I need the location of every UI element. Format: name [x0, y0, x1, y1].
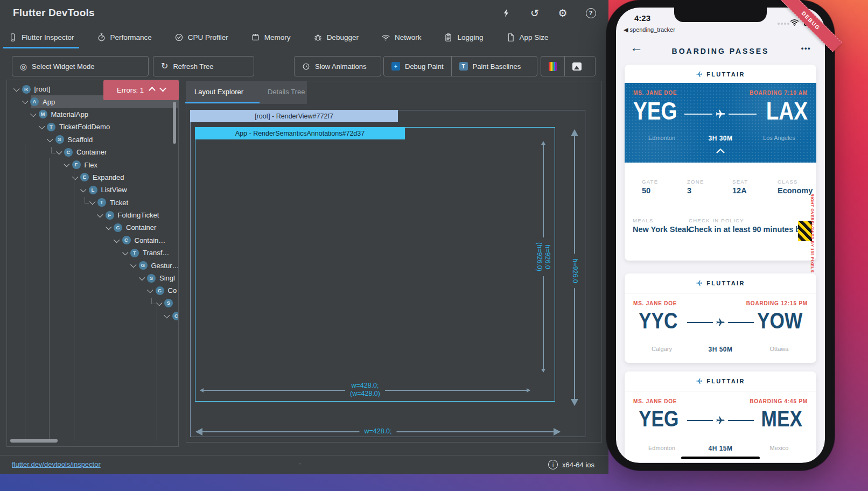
paint-baselines-button[interactable]: T Paint Baselines: [451, 57, 529, 76]
root-render-label[interactable]: [root] - RenderView#772f7: [190, 110, 398, 122]
boarding-pass-card[interactable]: FLUTTAIR MS. JANE DOE BOARDING 4:45 PM Y…: [625, 371, 816, 462]
image-icon: [572, 62, 582, 71]
plane-icon: [696, 71, 703, 78]
tab-debugger[interactable]: Debugger: [312, 26, 360, 48]
chevron-down-icon[interactable]: [106, 224, 111, 230]
previous-error-icon[interactable]: [149, 87, 156, 94]
refresh-tree-button[interactable]: ↻ Refresh Tree: [153, 56, 254, 76]
tree-guide-line: [157, 305, 157, 441]
boarding-pass-card[interactable]: FLUTTAIR MS. JANE DOE BOARDING 7:10 AM Y…: [625, 65, 816, 261]
chevron-down-icon[interactable]: [80, 186, 86, 192]
tree-item[interactable]: TTicketFoldDemo: [7, 121, 178, 133]
chevron-down-icon[interactable]: [156, 300, 162, 306]
hot-restart-icon[interactable]: [501, 7, 513, 19]
app-render-box[interactable]: [195, 127, 555, 402]
tree-item[interactable]: C: [7, 310, 178, 322]
flight-line: [687, 420, 713, 420]
chevron-down-icon[interactable]: [122, 249, 128, 255]
tree-item[interactable]: FFlex: [7, 158, 178, 171]
boarding-pass-card[interactable]: FLUTTAIR MS. JANE DOE BOARDING 12:15 PM …: [625, 273, 816, 363]
widget-badge: G: [139, 261, 148, 270]
destination-city: Mexico: [750, 445, 809, 451]
chevron-down-icon[interactable]: [13, 86, 19, 92]
tab-flutter-inspector[interactable]: Flutter Inspector: [6, 26, 76, 48]
horizontal-scrollbar[interactable]: [10, 439, 58, 443]
origin-code: YYC: [639, 307, 678, 335]
tab-app-size[interactable]: App Size: [505, 26, 550, 48]
chevron-down-icon[interactable]: [89, 199, 95, 205]
chevron-down-icon[interactable]: [22, 98, 28, 104]
tree-item[interactable]: SScaffold: [7, 134, 178, 146]
flight-path: [687, 416, 754, 425]
help-icon[interactable]: ?: [585, 7, 597, 19]
history-icon[interactable]: ↺: [529, 7, 541, 19]
tab-logging[interactable]: Logging: [442, 26, 485, 48]
collapse-chevron-icon[interactable]: [716, 149, 725, 157]
debug-banner-button[interactable]: [564, 57, 589, 76]
tree-item[interactable]: EExpanded: [7, 171, 178, 184]
tree-item[interactable]: SSingl: [7, 272, 178, 284]
chevron-down-icon[interactable]: [114, 237, 120, 243]
errors-badge[interactable]: Errors: 1: [103, 80, 179, 100]
chevron-down-icon[interactable]: [64, 161, 69, 167]
home-indicator[interactable]: [681, 457, 760, 459]
chevron-down-icon[interactable]: [47, 136, 53, 142]
widget-badge: A: [30, 97, 39, 106]
repaint-rainbow-icon: [549, 62, 557, 71]
more-menu-button[interactable]: •••: [801, 44, 811, 52]
meals-label: MEALS: [633, 218, 654, 223]
tree-item[interactable]: FFoldingTicket: [7, 209, 178, 221]
tree-item[interactable]: CContain…: [7, 234, 178, 247]
tree-item[interactable]: TTransf…: [7, 247, 178, 259]
destination-code: LAX: [766, 97, 808, 125]
tree-item[interactable]: MMaterialApp: [7, 108, 178, 121]
tab-details-tree[interactable]: Details Tree: [268, 88, 305, 96]
settings-icon[interactable]: ⚙: [557, 7, 569, 19]
refresh-icon: ↻: [161, 62, 168, 71]
chevron-down-icon[interactable]: [139, 275, 145, 280]
status-time: 4:23: [634, 13, 650, 23]
widget-badge: T: [130, 249, 139, 257]
select-widget-mode-button[interactable]: ◎ Select Widget Mode: [12, 56, 149, 76]
class-value: Economy: [778, 186, 813, 195]
app-render-label[interactable]: App - RenderSemanticsAnnotations#72d37: [195, 127, 405, 139]
tree-item[interactable]: S: [7, 297, 178, 310]
chevron-down-icon[interactable]: [147, 287, 153, 293]
gauge-icon: [174, 33, 184, 42]
tab-cpu-profiler[interactable]: CPU Profiler: [173, 26, 230, 48]
debug-paint-button[interactable]: + Debug Paint: [384, 57, 451, 76]
chevron-down-icon[interactable]: [97, 212, 103, 218]
tab-layout-explorer[interactable]: Layout Explorer: [194, 88, 243, 96]
tab-performance[interactable]: Performance: [95, 26, 153, 48]
tree-item[interactable]: GGestur…: [7, 259, 178, 271]
chevron-down-icon[interactable]: [30, 111, 36, 117]
chevron-down-icon[interactable]: [39, 123, 45, 129]
passenger-name: MS. JANE DOE: [633, 300, 677, 306]
tree-item[interactable]: CContainer: [7, 146, 178, 158]
docs-link[interactable]: flutter.dev/devtools/inspector: [12, 460, 101, 468]
origin-city: Edmonton: [632, 445, 691, 451]
tree-item[interactable]: LListView: [7, 184, 178, 196]
tab-memory[interactable]: Memory: [249, 26, 292, 48]
repaint-rainbow-button[interactable]: [541, 57, 564, 76]
devtools-header: Flutter DevTools ↺ ⚙ ?: [0, 0, 608, 26]
next-error-icon[interactable]: [159, 85, 166, 92]
chevron-down-icon[interactable]: [164, 312, 170, 318]
return-to-app[interactable]: ◀ spending_tracker: [624, 26, 675, 33]
plane-icon: [715, 109, 726, 120]
slow-animations-button[interactable]: Slow Animations: [294, 56, 381, 76]
tree-item[interactable]: TTicket: [7, 197, 178, 209]
chevron-down-icon[interactable]: [72, 174, 78, 180]
flight-line: [729, 114, 757, 114]
tab-network[interactable]: Network: [380, 26, 423, 48]
origin-code: YEG: [639, 405, 679, 433]
tree-item[interactable]: CContainer: [7, 221, 178, 234]
chevron-down-icon[interactable]: [130, 262, 136, 268]
chevron-down-icon[interactable]: [56, 149, 62, 155]
widget-badge: C: [156, 286, 164, 295]
inner-height-label: h=926.0 (h=926.0): [534, 237, 552, 276]
vertical-scrollbar[interactable]: [173, 102, 176, 144]
seat-label: SEAT: [732, 179, 748, 185]
tree-item[interactable]: CCo: [7, 284, 178, 297]
paint-baselines-icon: T: [459, 62, 468, 71]
